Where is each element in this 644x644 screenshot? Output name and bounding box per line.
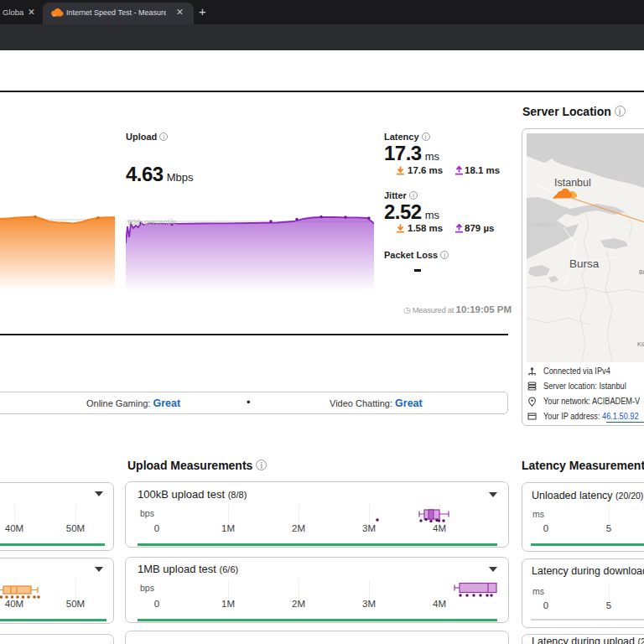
svg-text:MARMARA: MARMARA <box>528 222 557 227</box>
svg-text:Istanbul: Istanbul <box>554 177 591 189</box>
svg-text:Bi: Bi <box>639 269 644 275</box>
svg-text:Kü: Kü <box>637 341 644 347</box>
svg-text:90th percentile: 90th percentile <box>127 218 177 226</box>
svg-text:Bursa: Bursa <box>569 257 600 270</box>
